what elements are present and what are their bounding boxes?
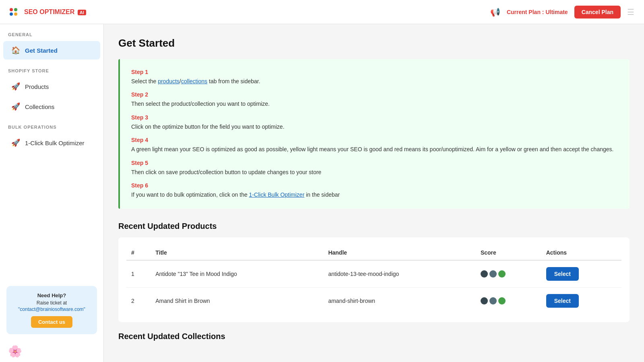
logo-text: SEO OPTIMIZER AI	[24, 8, 86, 16]
step2-text: Then select the product/collection you w…	[131, 99, 618, 108]
product-handle: amand-shirt-brown	[323, 288, 475, 315]
contact-us-button[interactable]: Contact us	[31, 316, 72, 328]
steps-card: Step 1 Select the products/collections t…	[118, 59, 630, 209]
logo-dots	[10, 8, 21, 16]
step1-text: Select the products/collections tab from…	[131, 77, 618, 86]
bulk-optimizer-link[interactable]: 1-Click Bulk Optimizer	[249, 191, 305, 198]
shopify-store-section-label: SHOPIFY STORE	[0, 60, 103, 76]
flower-icon: 🌸	[0, 341, 103, 362]
sidebar-bulk-label: 1-Click Bulk Optimizer	[25, 140, 85, 146]
main-layout: GENERAL 🏠 Get Started SHOPIFY STORE 🚀 Pr…	[0, 24, 644, 362]
score-dot-1	[481, 270, 488, 278]
product-score	[476, 288, 541, 315]
sidebar-bottom: Need Help? Raise ticket at "contact@brai…	[0, 280, 103, 341]
step2-heading: Step 2	[131, 91, 618, 98]
select-product-2-button[interactable]: Select	[546, 294, 579, 308]
select-product-1-button[interactable]: Select	[546, 267, 579, 281]
sidebar-item-collections[interactable]: 🚀 Collections	[3, 97, 100, 116]
sidebar: GENERAL 🏠 Get Started SHOPIFY STORE 🚀 Pr…	[0, 24, 104, 362]
score-dot-3	[498, 270, 506, 278]
bulk-section-label: BULK OPERATIONS	[0, 117, 103, 133]
step4-heading: Step 4	[131, 137, 618, 143]
cancel-plan-button[interactable]: Cancel Plan	[574, 6, 621, 19]
dot-blue	[10, 12, 13, 16]
score-dot-1	[481, 297, 488, 304]
step6-text: If you want to do bulk optimization, cli…	[131, 190, 618, 199]
plan-icon: 📢	[490, 7, 500, 17]
table-row: 2 Amand Shirt in Brown amand-shirt-brown…	[126, 288, 621, 315]
step6-heading: Step 6	[131, 182, 618, 189]
product-num: 1	[126, 260, 151, 288]
step4-text: A green light mean your SEO is optimized…	[131, 145, 618, 154]
col-score: Score	[476, 245, 541, 260]
step5-text: Then click on save product/collection bu…	[131, 168, 618, 177]
sidebar-item-products[interactable]: 🚀 Products	[3, 77, 100, 96]
recent-collections-title: Recent Updated Collections	[118, 332, 630, 341]
help-box: Need Help? Raise ticket at "contact@brai…	[6, 286, 97, 334]
help-email: "contact@brainiosoftware.com"	[13, 306, 91, 312]
score-dot-2	[489, 297, 497, 304]
recent-products-title: Recent Updated Products	[118, 222, 630, 231]
col-handle: Handle	[323, 245, 475, 260]
sidebar-products-label: Products	[25, 83, 49, 90]
content-area: Get Started Step 1 Select the products/c…	[104, 24, 644, 362]
col-title: Title	[151, 245, 323, 260]
step3-text: Click on the optimize button for the fie…	[131, 122, 618, 131]
collections-link[interactable]: collections	[181, 78, 207, 84]
logo: SEO OPTIMIZER AI	[10, 8, 86, 16]
product-title: Amand Shirt in Brown	[151, 288, 323, 315]
products-table: # Title Handle Score Actions 1 Antidote …	[126, 245, 621, 314]
help-sub: Raise ticket at	[13, 300, 91, 306]
dot-red	[10, 8, 13, 11]
help-title: Need Help?	[13, 292, 91, 298]
score-dot-2	[489, 270, 497, 278]
product-handle: antidote-13-tee-mood-indigo	[323, 260, 475, 288]
products-table-card: # Title Handle Score Actions 1 Antidote …	[118, 237, 630, 322]
step1-heading: Step 1	[131, 69, 618, 75]
step3-heading: Step 3	[131, 114, 618, 121]
topbar: SEO OPTIMIZER AI 📢 Current Plan : Ultima…	[0, 0, 644, 24]
table-row: 1 Antidote "13" Tee in Mood Indigo antid…	[126, 260, 621, 288]
topbar-menu-icon: ☰	[627, 7, 634, 17]
logo-ai-badge: AI	[78, 10, 86, 15]
product-title: Antidote "13" Tee in Mood Indigo	[151, 260, 323, 288]
products-icon: 🚀	[11, 82, 20, 91]
bulk-icon: 🚀	[11, 138, 20, 147]
sidebar-item-bulk-optimizer[interactable]: 🚀 1-Click Bulk Optimizer	[3, 134, 100, 152]
col-num: #	[126, 245, 151, 260]
sidebar-item-get-started[interactable]: 🏠 Get Started	[3, 41, 100, 60]
products-link[interactable]: products	[158, 78, 180, 84]
home-icon: 🏠	[11, 46, 20, 55]
collections-icon: 🚀	[11, 102, 20, 111]
product-action: Select	[541, 260, 621, 288]
general-section-label: GENERAL	[0, 24, 103, 40]
product-num: 2	[126, 288, 151, 315]
dot-green	[14, 8, 17, 11]
product-score	[476, 260, 541, 288]
step5-heading: Step 5	[131, 160, 618, 166]
topbar-right: 📢 Current Plan : Ultimate Cancel Plan ☰	[490, 6, 634, 19]
product-action: Select	[541, 288, 621, 315]
plan-text: Current Plan : Ultimate	[507, 9, 568, 15]
sidebar-get-started-label: Get Started	[25, 47, 58, 54]
score-dot-3	[498, 297, 506, 304]
page-title: Get Started	[118, 37, 630, 49]
dot-orange	[14, 12, 17, 16]
sidebar-collections-label: Collections	[25, 103, 54, 110]
col-actions: Actions	[541, 245, 621, 260]
